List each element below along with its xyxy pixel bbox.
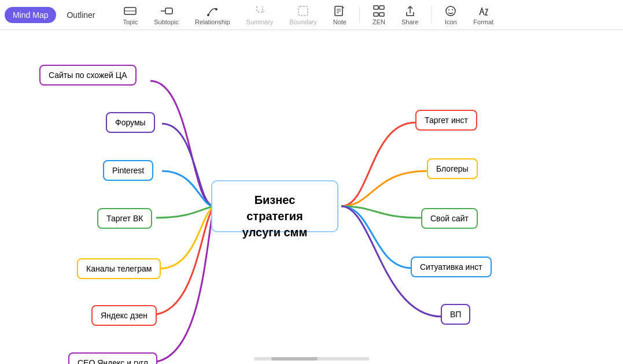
svg-rect-3 [165, 8, 172, 14]
share-label: Share [401, 18, 418, 25]
toolbar: Mind Map Outliner Topic Subtopic [0, 0, 623, 30]
scrollbar[interactable] [254, 357, 370, 361]
svg-rect-14 [374, 13, 378, 16]
node-vp[interactable]: ВП [441, 304, 470, 325]
node-telegram[interactable]: Каналы телеграм [77, 258, 161, 279]
tool-icon[interactable]: Icon [436, 2, 465, 28]
tool-zen[interactable]: ZEN [364, 2, 393, 28]
node-sites[interactable]: Сайты по схожей ЦА [39, 65, 137, 86]
tools-group: Topic Subtopic Relationship [115, 2, 619, 28]
tool-summary[interactable]: Summary [238, 2, 282, 28]
tool-topic[interactable]: Topic [115, 2, 146, 28]
icon-label: Icon [445, 18, 457, 25]
share-icon [404, 5, 416, 17]
boundary-label: Boundary [290, 18, 317, 25]
note-label: Note [333, 18, 346, 25]
node-targetvk[interactable]: Таргет ВК [97, 208, 152, 229]
center-line1: Бизнес стратегия [246, 194, 303, 222]
tool-boundary[interactable]: Boundary [282, 2, 325, 28]
svg-rect-16 [379, 13, 384, 16]
topic-icon [124, 5, 137, 17]
node-targetinst[interactable]: Таргет инст [415, 110, 477, 131]
svg-point-6 [215, 8, 218, 10]
node-mysite[interactable]: Свой сайт [421, 208, 478, 229]
note-icon [333, 5, 346, 17]
scrollbar-thumb[interactable] [271, 357, 318, 361]
node-bloggers[interactable]: Блогеры [427, 158, 478, 179]
subtopic-label: Subtopic [154, 18, 179, 25]
zen-icon [373, 5, 385, 17]
node-yandex[interactable]: Яндекс дзен [91, 305, 157, 326]
node-pinterest[interactable]: Pinterest [103, 160, 153, 181]
summary-icon [253, 5, 266, 17]
tool-relationship[interactable]: Relationship [187, 2, 238, 28]
icon-icon [444, 5, 457, 17]
tool-share[interactable]: Share [393, 2, 426, 28]
summary-label: Summary [246, 18, 274, 25]
tab-group: Mind Map Outliner [5, 7, 104, 23]
mindmap-canvas: Бизнес стратегия улсуги смм Сайты по схо… [0, 30, 623, 364]
subtopic-icon [160, 5, 173, 17]
svg-point-18 [448, 9, 449, 10]
tool-format[interactable]: Format [465, 2, 502, 28]
node-situativka[interactable]: Ситуативка инст [411, 257, 492, 277]
format-icon [477, 5, 490, 17]
node-seo[interactable]: СЕО Яндекс и гугл [68, 352, 157, 364]
zen-label: ZEN [373, 18, 385, 25]
svg-rect-15 [379, 6, 384, 9]
svg-rect-13 [374, 6, 378, 9]
center-node[interactable]: Бизнес стратегия улсуги смм [211, 180, 338, 232]
tab-mindmap[interactable]: Mind Map [5, 7, 56, 23]
format-label: Format [473, 18, 493, 25]
topic-label: Topic [123, 18, 138, 25]
boundary-icon [297, 5, 309, 17]
svg-line-7 [263, 11, 264, 12]
tool-subtopic[interactable]: Subtopic [146, 2, 187, 28]
node-forums[interactable]: Форумы [106, 112, 155, 133]
center-line2: улсуги смм [242, 226, 307, 239]
tab-outliner[interactable]: Outliner [58, 7, 103, 23]
relationship-icon [206, 5, 219, 17]
tool-note[interactable]: Note [325, 2, 355, 28]
svg-point-5 [207, 14, 209, 16]
svg-point-19 [452, 9, 453, 10]
svg-point-17 [446, 6, 455, 16]
svg-rect-8 [298, 6, 308, 16]
relationship-label: Relationship [195, 18, 230, 25]
